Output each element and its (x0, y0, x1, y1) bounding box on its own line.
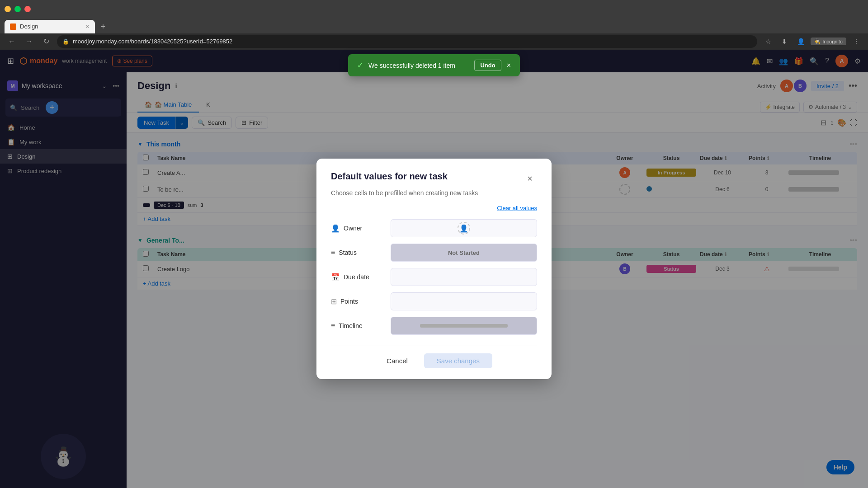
ssl-lock-icon: 🔒 (62, 38, 69, 45)
browser-tabs: Design ✕ + (0, 19, 868, 33)
profile-button[interactable]: 👤 (794, 35, 807, 48)
back-button[interactable]: ← (5, 35, 18, 48)
avatar-placeholder-icon: 👤 (459, 224, 468, 233)
modal-field-owner: 👤 Owner 👤 (331, 219, 537, 237)
field-label-owner: 👤 Owner (331, 224, 385, 233)
tab-title: Design (20, 23, 38, 30)
timeline-field-icon: ≡ (331, 322, 335, 330)
owner-field-icon: 👤 (331, 224, 340, 233)
timeline-field-input[interactable] (391, 317, 537, 335)
forward-button[interactable]: → (23, 35, 35, 48)
notification-check-icon: ✓ (357, 61, 363, 70)
due-date-field-input[interactable] (391, 268, 537, 286)
owner-label: Owner (344, 225, 362, 232)
points-label: Points (340, 298, 358, 305)
field-label-due-date: 📅 Due date (331, 273, 385, 282)
url-display: moodjoy.monday.com/boards/1830420525?use… (73, 38, 232, 45)
browser-toolbar: ← → ↻ 🔒 moodjoy.monday.com/boards/183042… (0, 33, 868, 50)
due-date-label: Due date (344, 273, 369, 281)
refresh-button[interactable]: ↻ (40, 35, 52, 48)
cancel-button[interactable]: Cancel (376, 353, 419, 368)
maximize-button[interactable] (14, 6, 21, 12)
modal-field-status: ≡ Status Not Started (331, 244, 537, 262)
field-label-status: ≡ Status (331, 249, 385, 257)
field-label-points: ⊞ Points (331, 297, 385, 306)
owner-avatar-placeholder: 👤 (458, 222, 470, 235)
incognito-badge: 🕵 Incognito (811, 38, 846, 45)
notification-text: We successfully deleted 1 item (368, 62, 469, 69)
close-window-button[interactable] (24, 6, 31, 12)
address-bar[interactable]: 🔒 moodjoy.monday.com/boards/1830420525?u… (57, 35, 757, 48)
owner-field-input[interactable]: 👤 (391, 219, 537, 237)
notification-banner: ✓ We successfully deleted 1 item Undo × (348, 54, 520, 76)
incognito-icon: 🕵 (814, 38, 821, 44)
status-field-input[interactable]: Not Started (391, 244, 537, 262)
modal-clear-all: Clear all values (331, 204, 537, 212)
modal-title: Default values for new task (331, 171, 448, 182)
timeline-placeholder-bar (420, 324, 507, 328)
undo-button[interactable]: Undo (474, 60, 501, 71)
modal-field-points: ⊞ Points (331, 292, 537, 310)
status-field-icon: ≡ (331, 249, 335, 257)
points-field-input[interactable] (391, 292, 537, 310)
tab-favicon (10, 23, 16, 30)
modal-field-due-date: 📅 Due date (331, 268, 537, 286)
incognito-label: Incognito (822, 39, 843, 44)
field-label-timeline: ≡ Timeline (331, 322, 385, 330)
close-tab-icon[interactable]: ✕ (85, 23, 90, 30)
default-values-modal: Default values for new task × Choose cel… (316, 159, 552, 379)
modal-subtitle: Choose cells to be prefilled when creati… (331, 189, 537, 197)
download-button[interactable]: ⬇ (778, 35, 791, 48)
due-date-field-icon: 📅 (331, 273, 340, 282)
minimize-button[interactable] (5, 6, 11, 12)
modal-field-timeline: ≡ Timeline (331, 317, 537, 335)
new-tab-button[interactable]: + (97, 21, 109, 33)
modal-footer: Cancel Save changes (331, 346, 537, 368)
modal-close-button[interactable]: × (523, 171, 537, 186)
clear-all-button[interactable]: Clear all values (497, 205, 537, 211)
browser-tab-design[interactable]: Design ✕ (5, 20, 95, 33)
save-changes-button[interactable]: Save changes (424, 353, 492, 368)
bookmark-button[interactable]: ☆ (762, 35, 774, 48)
modal-header: Default values for new task × (331, 171, 537, 186)
browser-titlebar (0, 0, 868, 19)
notification-close-button[interactable]: × (507, 61, 511, 70)
status-label: Status (339, 249, 357, 256)
menu-button[interactable]: ⋮ (850, 35, 863, 48)
timeline-label: Timeline (339, 322, 362, 329)
points-field-icon: ⊞ (331, 297, 337, 306)
browser-actions: ☆ ⬇ 👤 🕵 Incognito ⋮ (762, 35, 863, 48)
